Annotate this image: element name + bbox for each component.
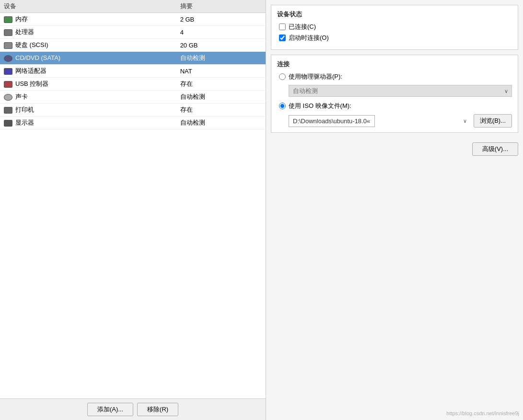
col-header-summary: 摘要: [176, 0, 266, 13]
device-name-cell-disk: 硬盘 (SCSI): [0, 39, 176, 52]
device-name-text-memory: 内存: [15, 15, 28, 23]
device-row-sound[interactable]: 声卡自动检测: [0, 91, 266, 104]
icon-usb-icon: [4, 81, 12, 88]
col-header-device: 设备: [0, 0, 176, 13]
device-row-network[interactable]: 网络适配器NAT: [0, 65, 266, 78]
physical-drive-label: 使用物理驱动器(P):: [289, 72, 342, 81]
device-name-cell-network: 网络适配器: [0, 65, 176, 78]
iso-path-row: D:\Downloads\ubuntu-18.0« 浏览(B)...: [289, 114, 512, 128]
watermark: https://blog.csdn.net/innisfree9j: [446, 410, 519, 416]
physical-drive-dropdown-row: 自动检测: [289, 85, 512, 97]
remove-button[interactable]: 移除(R): [137, 403, 178, 416]
device-summary-cell-printer: 存在: [176, 104, 266, 117]
browse-button[interactable]: 浏览(B)...: [474, 114, 512, 128]
icon-printer-icon: [4, 107, 12, 114]
device-summary-cell-usb: 存在: [176, 78, 266, 91]
connected-checkbox[interactable]: [279, 23, 286, 30]
right-content: 设备状态 已连接(C) 启动时连接(O) 连接 使用物理驱动器(P):: [266, 0, 523, 420]
connected-row: 已连接(C): [277, 23, 512, 31]
device-row-printer[interactable]: 打印机存在: [0, 104, 266, 117]
iso-file-label: 使用 ISO 映像文件(M):: [289, 102, 351, 110]
connect-on-boot-checkbox[interactable]: [279, 35, 286, 41]
device-name-cell-memory: 内存: [0, 13, 176, 26]
device-name-text-printer: 打印机: [15, 106, 34, 113]
main-container: 设备 摘要 内存2 GB处理器4硬盘 (SCSI)20 GBCD/DVD (SA…: [0, 0, 523, 420]
left-panel: 设备 摘要 内存2 GB处理器4硬盘 (SCSI)20 GBCD/DVD (SA…: [0, 0, 266, 420]
device-row-memory[interactable]: 内存2 GB: [0, 13, 266, 26]
device-name-text-monitor: 显示器: [15, 119, 34, 126]
device-name-cell-monitor: 显示器: [0, 117, 176, 129]
device-summary-cell-sound: 自动检测: [176, 91, 266, 104]
device-name-cell-sound: 声卡: [0, 91, 176, 104]
device-name-text-cpu: 处理器: [15, 28, 34, 35]
icon-network-icon: [4, 68, 12, 75]
iso-path-wrapper: D:\Downloads\ubuntu-18.0«: [289, 115, 471, 127]
icon-disk-icon: [4, 42, 12, 49]
device-status-title: 设备状态: [277, 10, 512, 19]
device-name-cell-cpu: 处理器: [0, 26, 176, 39]
right-panel: 设备状态 已连接(C) 启动时连接(O) 连接 使用物理驱动器(P):: [266, 0, 523, 420]
physical-drive-select-wrapper: 自动检测: [289, 85, 512, 97]
device-name-text-disk: 硬盘 (SCSI): [15, 41, 48, 48]
device-name-text-dvd: CD/DVD (SATA): [15, 54, 60, 61]
device-summary-cell-network: NAT: [176, 65, 266, 78]
icon-sound-icon: [4, 94, 12, 101]
iso-file-row: 使用 ISO 映像文件(M):: [277, 102, 512, 110]
physical-drive-radio[interactable]: [279, 73, 286, 80]
device-table: 设备 摘要 内存2 GB处理器4硬盘 (SCSI)20 GBCD/DVD (SA…: [0, 0, 266, 398]
device-summary-cell-dvd: 自动检测: [176, 52, 266, 65]
physical-drive-select[interactable]: 自动检测: [289, 85, 512, 97]
iso-path-select[interactable]: D:\Downloads\ubuntu-18.0«: [289, 115, 375, 127]
device-name-text-usb: USB 控制器: [15, 80, 48, 87]
connection-title: 连接: [277, 60, 512, 69]
icon-memory-icon: [4, 16, 12, 23]
connected-label: 已连接(C): [289, 23, 316, 31]
connect-on-boot-label: 启动时连接(O): [289, 34, 329, 42]
add-button[interactable]: 添加(A)...: [87, 403, 133, 416]
advanced-row: 高级(V)...: [266, 138, 523, 161]
device-row-usb[interactable]: USB 控制器存在: [0, 78, 266, 91]
device-row-cpu[interactable]: 处理器4: [0, 26, 266, 39]
device-status-section: 设备状态 已连接(C) 启动时连接(O): [271, 5, 518, 50]
device-summary-cell-cpu: 4: [176, 26, 266, 39]
physical-drive-row: 使用物理驱动器(P):: [277, 72, 512, 81]
icon-monitor-icon: [4, 120, 12, 127]
icon-dvd-icon: [4, 55, 12, 62]
device-row-dvd[interactable]: CD/DVD (SATA)自动检测: [0, 52, 266, 65]
device-name-cell-usb: USB 控制器: [0, 78, 176, 91]
device-row-monitor[interactable]: 显示器自动检测: [0, 117, 266, 129]
bottom-buttons: 添加(A)... 移除(R): [0, 398, 266, 420]
connect-on-boot-row: 启动时连接(O): [277, 34, 512, 42]
device-name-text-sound: 声卡: [15, 93, 28, 100]
advanced-button[interactable]: 高级(V)...: [472, 142, 518, 156]
device-name-text-network: 网络适配器: [15, 67, 46, 74]
icon-cpu-icon: [4, 29, 12, 36]
device-name-cell-dvd: CD/DVD (SATA): [0, 52, 176, 65]
device-summary-cell-monitor: 自动检测: [176, 117, 266, 129]
connection-section: 连接 使用物理驱动器(P): 自动检测 使: [271, 55, 518, 133]
device-name-cell-printer: 打印机: [0, 104, 176, 117]
iso-file-radio[interactable]: [279, 103, 286, 109]
device-summary-cell-memory: 2 GB: [176, 13, 266, 26]
device-summary-cell-disk: 20 GB: [176, 39, 266, 52]
device-row-disk[interactable]: 硬盘 (SCSI)20 GB: [0, 39, 266, 52]
